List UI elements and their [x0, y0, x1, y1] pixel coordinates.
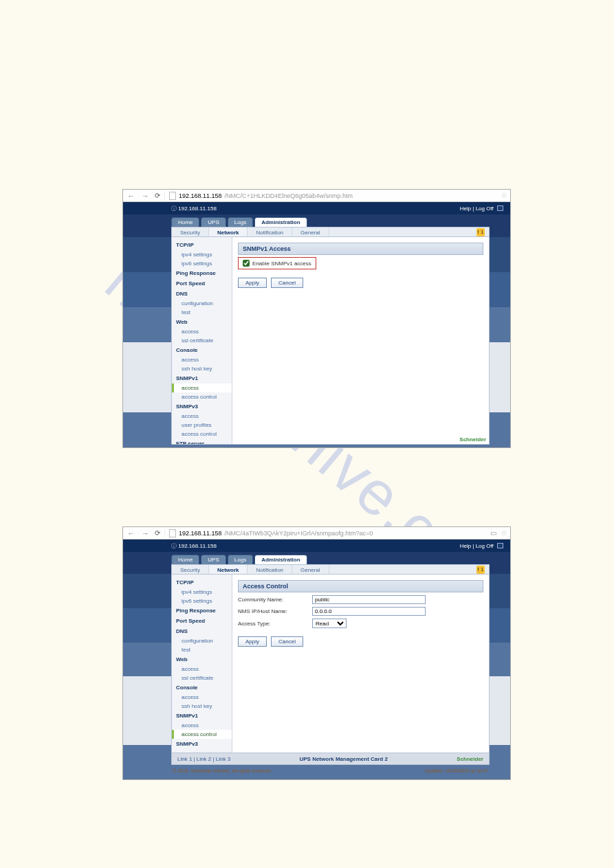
sidebar-snmpv3-ac[interactable]: access control: [172, 430, 232, 438]
tab-logs[interactable]: Logs: [228, 217, 253, 227]
cancel-button[interactable]: Cancel: [271, 278, 303, 288]
sidebar-snmpv3-access[interactable]: access: [172, 412, 232, 421]
tab-logs-2[interactable]: Logs: [228, 555, 253, 564]
browser-toolbar: ← → ⟳ 192.168.11.158 /NMC/C+1HLKDD4ElneQ…: [123, 190, 510, 202]
apply-button-2[interactable]: Apply: [238, 636, 267, 647]
address-bar[interactable]: 192.168.11.158 /NMC/C+1HLKDD4ElneQ6g05ab…: [164, 192, 496, 200]
sidebar-snmpv1-access[interactable]: access: [172, 383, 232, 392]
tab-administration-2[interactable]: Administration: [254, 555, 307, 564]
forward-button-2[interactable]: →: [140, 529, 151, 537]
sidebar-ipv4[interactable]: ipv4 settings: [172, 250, 232, 259]
sidebar-dns-conf[interactable]: configuration: [172, 299, 232, 308]
sidebar-web[interactable]: Web: [172, 317, 232, 327]
sidebar-console[interactable]: Console: [172, 345, 232, 355]
subtab-security[interactable]: Security: [172, 227, 209, 236]
back-button[interactable]: ←: [126, 192, 136, 200]
sidebar-dns-conf-2[interactable]: configuration: [172, 636, 232, 645]
back-button-2[interactable]: ←: [126, 529, 136, 537]
cancel-button-2[interactable]: Cancel: [271, 636, 303, 647]
enable-snmp-label: Enable SNMPv1 access: [252, 260, 311, 267]
sidebar-web-access[interactable]: access: [172, 327, 232, 336]
bookmark-icon-2[interactable]: ☆: [501, 528, 507, 537]
sidebar-console-2[interactable]: Console: [172, 682, 232, 693]
sidebar-portspeed[interactable]: Port Speed: [172, 278, 232, 289]
access-type-select[interactable]: Read: [312, 619, 347, 628]
main-panel: SNMPv1 Access Enable SNMPv1 access Apply…: [232, 237, 489, 444]
subtab-network-2[interactable]: Network: [209, 565, 248, 574]
top-links: Help | Log Off: [460, 205, 503, 212]
help-link-2[interactable]: Help: [460, 543, 471, 549]
sidebar-console-access[interactable]: access: [172, 355, 232, 364]
address-bar-2[interactable]: 192.168.11.158 /NMC/4aTIWb3QAkY2piru+IGr…: [164, 529, 486, 537]
community-input[interactable]: [312, 595, 426, 604]
sidebar-web-2[interactable]: Web: [172, 654, 232, 665]
sidebar-ftp[interactable]: FTP server: [172, 438, 232, 444]
sidebar-dns[interactable]: DNS: [172, 289, 232, 299]
sidebar-web-access-2[interactable]: access: [172, 665, 232, 674]
sidebar-console-ssh-2[interactable]: ssh host key: [172, 702, 232, 711]
sidebar-ping-2[interactable]: Ping Response: [172, 605, 232, 616]
sidebar-snmpv3[interactable]: SNMPv3: [172, 401, 232, 412]
logoff-link[interactable]: Log Off: [476, 205, 494, 212]
forward-button[interactable]: →: [140, 192, 151, 200]
subtab-general-2[interactable]: General: [292, 565, 329, 574]
subtab-network[interactable]: Network: [209, 227, 248, 236]
sidebar-snmpv1-ac[interactable]: access control: [172, 392, 232, 401]
screenshot-snmp-access: ← → ⟳ 192.168.11.158 /NMC/C+1HLKDD4ElneQ…: [122, 189, 511, 448]
nms-input[interactable]: [312, 607, 426, 616]
sidebar-snmpv3-access-2[interactable]: access: [172, 749, 232, 753]
sidebar-web-ssl-2[interactable]: ssl certificate: [172, 674, 232, 682]
tab-home[interactable]: Home: [171, 217, 199, 227]
sidebar-snmpv1-2[interactable]: SNMPv1: [172, 711, 232, 721]
top-info-bar-2: 192.168.11.158 Help | Log Off: [123, 539, 510, 552]
sidebar-snmpv3-2[interactable]: SNMPv3: [172, 739, 232, 749]
sidebar-2: TCP/IP ipv4 settings ipv6 settings Ping …: [172, 575, 232, 753]
reload-button[interactable]: ⟳: [155, 192, 160, 199]
help-link[interactable]: Help: [460, 205, 471, 212]
nms-label: NMS IP/Host Name:: [238, 608, 307, 614]
logoff-link-2[interactable]: Log Off: [476, 543, 494, 549]
tab-ups[interactable]: UPS: [201, 217, 226, 227]
logoff-icon[interactable]: [497, 205, 503, 211]
sub-tabs-2: Security Network Notification General !: [171, 564, 490, 575]
sub-footer: © 2015, Schneider Electric. All rights r…: [171, 765, 490, 777]
sidebar-snmpv1-access-2[interactable]: access: [172, 721, 232, 730]
sidebar-snmpv1-ac-2[interactable]: access control: [172, 730, 232, 739]
enable-snmp-checkbox[interactable]: [243, 260, 250, 267]
logoff-icon-2[interactable]: [497, 543, 503, 548]
sidebar-ipv6-2[interactable]: ipv6 settings: [172, 597, 232, 605]
sidebar-console-ssh[interactable]: ssh host key: [172, 364, 232, 373]
sidebar-portspeed-2[interactable]: Port Speed: [172, 616, 232, 626]
tab-home-2[interactable]: Home: [171, 555, 199, 564]
footer-links[interactable]: Link 1 | Link 2 | Link 3: [177, 756, 230, 762]
reload-button-2[interactable]: ⟳: [155, 529, 160, 537]
sidebar-dns-test[interactable]: test: [172, 308, 232, 317]
tab-ups-2[interactable]: UPS: [201, 555, 226, 564]
translate-icon[interactable]: ▭: [490, 529, 496, 537]
sidebar-ipv6[interactable]: ipv6 settings: [172, 259, 232, 268]
sidebar-dns-test-2[interactable]: test: [172, 645, 232, 654]
sidebar-dns-2[interactable]: DNS: [172, 626, 232, 636]
sidebar-tcpip-2[interactable]: TCP/IP: [172, 577, 232, 588]
sidebar-snmpv1[interactable]: SNMPv1: [172, 373, 232, 383]
sidebar-console-access-2[interactable]: access: [172, 693, 232, 702]
sidebar-ping[interactable]: Ping Response: [172, 268, 232, 278]
alert-badge[interactable]: !: [476, 228, 485, 236]
panel-title-2: Access Control: [238, 580, 483, 592]
url-path: /NMC/C+1HLKDD4ElneQ6g05ab4w/snmp.htm: [225, 192, 353, 199]
sidebar-snmpv3-profiles[interactable]: user profiles: [172, 421, 232, 430]
subtab-notification-2[interactable]: Notification: [248, 565, 292, 574]
tab-administration[interactable]: Administration: [254, 217, 307, 227]
subtab-security-2[interactable]: Security: [172, 565, 209, 574]
subtab-general[interactable]: General: [292, 227, 329, 236]
apply-button[interactable]: Apply: [238, 278, 267, 288]
url-path-2: /NMC/4aTIWb3QAkY2piru+IGrlA/snmpaofg.htm…: [225, 530, 373, 537]
schneider-logo: Schneider: [459, 436, 486, 443]
bookmark-icon[interactable]: ☆: [501, 191, 507, 200]
subtab-notification[interactable]: Notification: [248, 227, 292, 236]
url-host: 192.168.11.158: [179, 192, 222, 199]
sidebar-web-ssl[interactable]: ssl certificate: [172, 336, 232, 345]
sidebar-tcpip[interactable]: TCP/IP: [172, 240, 232, 250]
alert-badge-2[interactable]: !: [476, 566, 485, 574]
sidebar-ipv4-2[interactable]: ipv4 settings: [172, 588, 232, 597]
